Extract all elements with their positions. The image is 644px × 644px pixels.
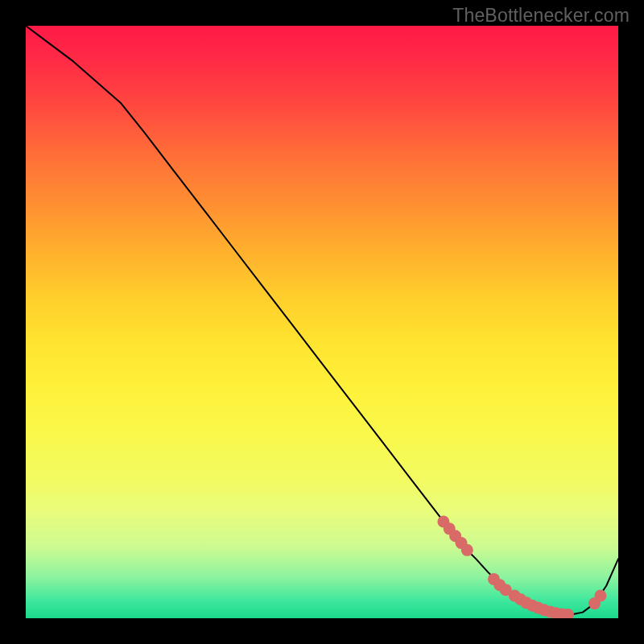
data-marker bbox=[461, 544, 473, 556]
bottleneck-curve bbox=[26, 26, 618, 615]
chart-frame: TheBottlenecker.com bbox=[0, 0, 644, 644]
data-marker bbox=[594, 590, 606, 602]
data-markers bbox=[437, 516, 606, 618]
plot-area bbox=[26, 26, 618, 618]
chart-svg bbox=[26, 26, 618, 618]
watermark-label: TheBottlenecker.com bbox=[452, 5, 630, 27]
